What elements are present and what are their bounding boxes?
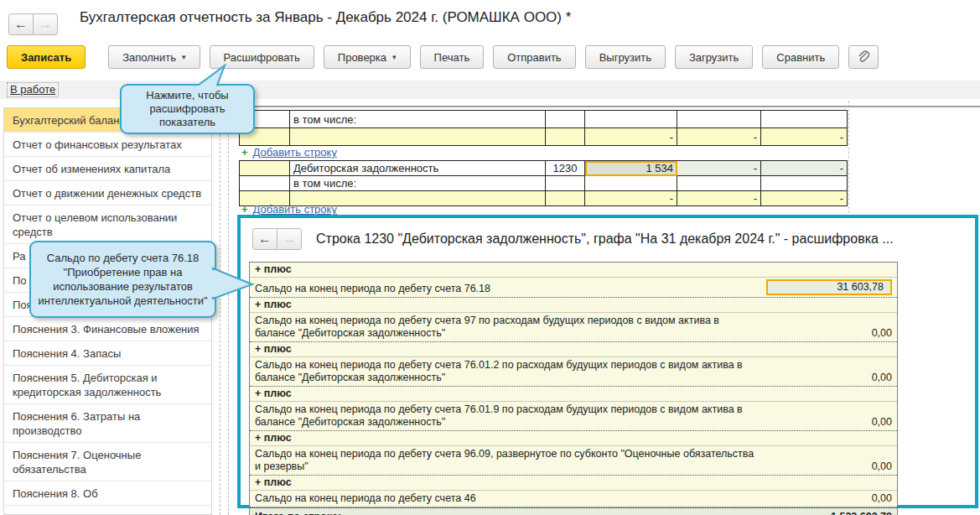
decode-row[interactable]: Итого по строке: 1 533 603,78 [250, 507, 897, 515]
tooltip-tail [211, 265, 255, 300]
forward-icon[interactable]: → [33, 13, 58, 35]
splitter-line[interactable] [220, 101, 220, 515]
decode-row-value[interactable]: 1 533 603,78 [831, 511, 892, 515]
decode-popup: ← → Строка 1230 "Дебиторская задолженнос… [237, 215, 978, 508]
sidebar-item[interactable]: Пояснения 3. Финансовые вложения [4, 317, 211, 341]
sidebar-item[interactable]: Пояснения 4. Запасы [4, 341, 211, 366]
cell[interactable]: - [585, 128, 677, 146]
cell[interactable] [677, 176, 761, 191]
sidebar-item[interactable]: Отчет о целевом использовании средств [4, 205, 211, 244]
add-row-link[interactable]: + Добавить строку [241, 146, 337, 159]
decode-row[interactable]: Сальдо на конец периода по дебету счета … [250, 357, 897, 387]
balance-hint-tooltip: Сальдо по дебету счета 76.18 "Приобретен… [29, 241, 216, 318]
splitter-line[interactable] [228, 101, 229, 515]
cell[interactable]: - [677, 128, 761, 146]
cell[interactable] [585, 176, 677, 191]
sidebar-item[interactable]: Отчет о движении денежных средств [4, 181, 211, 205]
decode-value: 0,00 [872, 460, 892, 473]
decode-value: 1 533 603,78 [831, 511, 892, 515]
cell[interactable] [240, 176, 290, 191]
decode-row-value[interactable]: 0,00 [872, 327, 892, 340]
import-button[interactable]: Загрузить [675, 45, 753, 69]
cell[interactable] [240, 161, 290, 176]
decode-row[interactable]: Сальдо на конец периода по дебету счета … [250, 491, 897, 507]
sidebar-item[interactable]: Пояснения 8. Об [4, 481, 211, 506]
status-link[interactable]: В работе [7, 82, 59, 97]
sidebar-item[interactable]: Пояснения 7. Оценочные обязательства [4, 443, 211, 481]
compare-button[interactable]: Сравнить [762, 45, 839, 69]
decode-row[interactable]: + плюс [250, 298, 897, 313]
decode-row-text: Сальдо на конец периода по дебету счета … [255, 283, 499, 295]
decode-row-operator: + плюс [255, 343, 292, 356]
decode-row[interactable]: Сальдо на конец периода по дебету счета … [250, 402, 897, 431]
decode-row[interactable]: Сальдо на конец периода по дебету счета … [250, 313, 897, 342]
cell[interactable] [677, 111, 761, 128]
cell[interactable]: - [585, 191, 677, 206]
sidebar-item-label: Пояснения 6. Затраты на производство [13, 410, 140, 437]
page-title: Бухгалтерская отчетность за Январь - Дек… [80, 9, 571, 26]
sidebar-item[interactable]: Пояснения 5. Дебиторская и кредиторская … [4, 366, 211, 404]
save-button[interactable]: Записать [7, 45, 86, 69]
check-button[interactable]: Проверка ▾ [324, 45, 411, 69]
cell[interactable] [546, 176, 585, 191]
cell[interactable]: в том числе: [290, 111, 546, 128]
decode-row[interactable]: + плюс [250, 387, 897, 402]
chevron-down-icon: ▾ [182, 53, 186, 61]
sidebar-item[interactable]: Отчет о финансовых результатах [4, 133, 211, 157]
add-row-link[interactable]: + Добавить строку [241, 203, 337, 216]
table-row: Дебиторская задолженность 1230 1 534 - - [240, 161, 848, 176]
cell[interactable]: - [761, 128, 848, 146]
print-button[interactable]: Печать [420, 45, 485, 69]
cell[interactable]: - [761, 161, 848, 176]
decode-row-value[interactable]: 0,00 [872, 372, 892, 384]
back-icon[interactable]: ← [8, 13, 34, 35]
fill-button[interactable]: Заполнить ▾ [108, 45, 200, 69]
sidebar-item-label: Отчет о финансовых результатах [13, 138, 182, 151]
decode-row-operator: + плюс [255, 476, 292, 489]
forward-icon[interactable]: → [277, 228, 302, 250]
cell[interactable]: Дебиторская задолженность [290, 161, 546, 176]
cell[interactable] [761, 176, 848, 191]
decode-row[interactable]: + плюс [250, 263, 897, 278]
history-nav: ← → [8, 13, 58, 35]
decode-row-text: Сальдо на конец периода по дебету счета … [255, 403, 766, 429]
selected-value-cell[interactable]: 1 534 [585, 161, 677, 176]
decode-row[interactable]: Сальдо на конец периода по дебету счета … [250, 446, 897, 476]
cell[interactable] [761, 111, 848, 128]
balance-table-lower: Дебиторская задолженность 1230 1 534 - -… [239, 160, 848, 206]
decode-row[interactable]: Сальдо на конец периода по дебету счета … [250, 278, 897, 298]
decode-row-value[interactable]: 31 603,78 [766, 279, 892, 295]
decode-row[interactable]: + плюс [250, 342, 897, 357]
sidebar-item-label: Пояснения 8. Об [13, 487, 98, 500]
decode-row-operator: + плюс [255, 263, 292, 276]
send-button[interactable]: Отправить [493, 45, 575, 69]
cell[interactable] [546, 128, 585, 146]
cell[interactable]: - [677, 191, 761, 206]
cell[interactable] [290, 128, 546, 146]
sidebar-item[interactable]: Пояснения 6. Затраты на производство [4, 404, 211, 443]
decode-row-operator: + плюс [255, 299, 292, 311]
cell[interactable] [546, 191, 585, 206]
decode-row[interactable]: + плюс [250, 476, 897, 491]
export-button[interactable]: Выгрузить [585, 45, 666, 69]
decode-row-value[interactable]: 0,00 [872, 492, 892, 505]
decode-row-operator: + плюс [255, 388, 292, 400]
cell[interactable] [585, 111, 677, 128]
table-row: в том числе: [240, 111, 848, 128]
sidebar-item-label: Пояснения 4. Запасы [13, 347, 121, 360]
decode-row-value[interactable]: 0,00 [872, 416, 892, 429]
decode-row-text: Сальдо на конец периода по дебету счета … [255, 359, 766, 384]
cell[interactable]: - [761, 191, 848, 206]
cell[interactable]: - [677, 161, 761, 176]
add-plus-icon: + [241, 203, 248, 216]
cell[interactable]: 1230 [546, 161, 585, 176]
sidebar-item[interactable]: Отчет об изменениях капитала [4, 157, 211, 181]
decode-row-value[interactable]: 0,00 [872, 460, 892, 473]
attachments-button[interactable] [848, 45, 879, 69]
decode-row[interactable]: + плюс [250, 431, 897, 446]
back-icon[interactable]: ← [252, 228, 277, 250]
cell[interactable]: в том числе: [290, 176, 546, 191]
table-top-divider [239, 106, 980, 107]
cell[interactable] [546, 111, 585, 128]
sidebar-item-label: Отчет о движении денежных средств [13, 187, 201, 200]
